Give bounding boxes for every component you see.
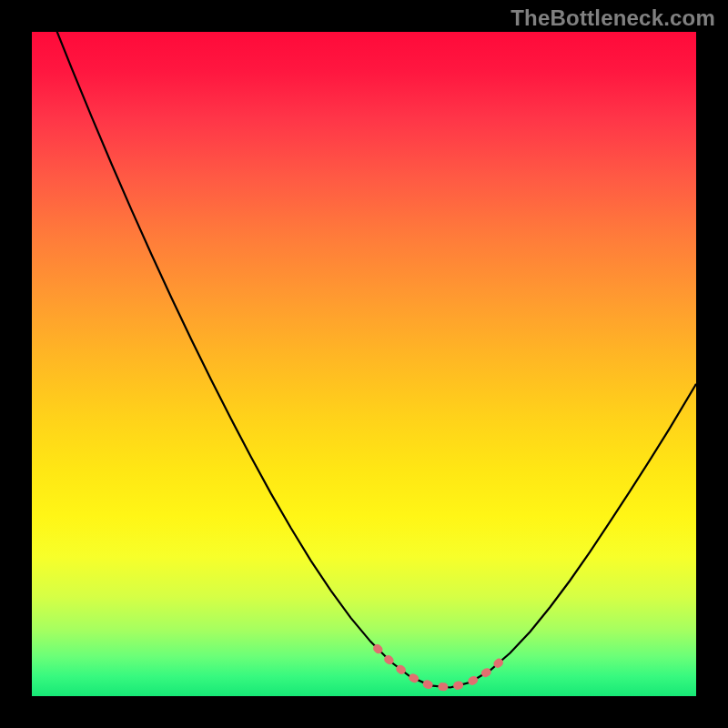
watermark-text: TheBottleneck.com <box>511 5 715 31</box>
bottleneck-curve <box>32 0 696 688</box>
curve-layer <box>32 32 696 696</box>
plot-area <box>32 32 696 696</box>
chart-frame: TheBottleneck.com <box>0 0 728 728</box>
optimal-zone-highlight <box>378 648 504 687</box>
